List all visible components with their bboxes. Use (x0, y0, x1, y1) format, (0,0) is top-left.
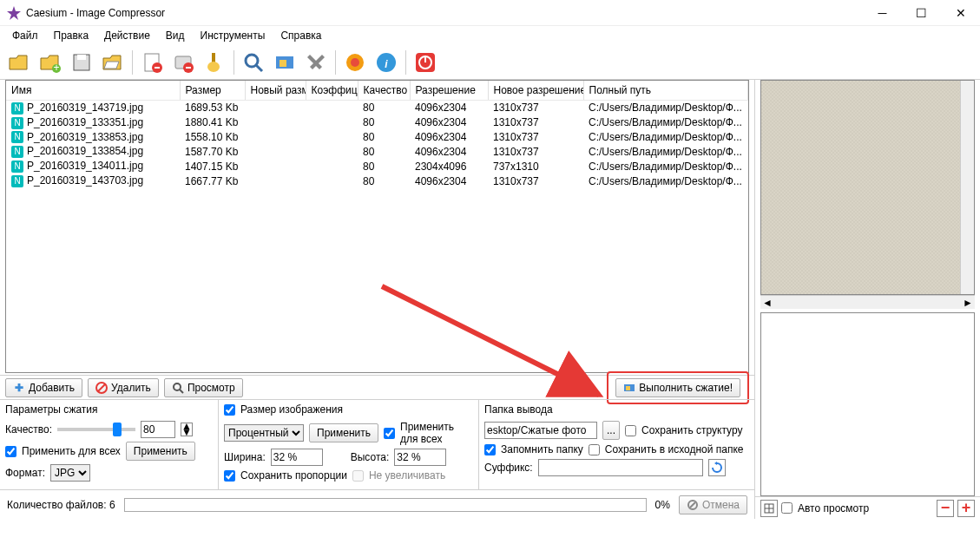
power-icon[interactable] (411, 49, 439, 76)
auto-preview-check[interactable]: Авто просмотр (781, 502, 869, 514)
compress-button[interactable]: Выполнить сжатие! (615, 378, 740, 397)
open-folder-icon[interactable]: + (36, 49, 64, 76)
scroll-left-icon[interactable]: ◄ (762, 297, 773, 309)
settings-icon[interactable] (302, 49, 330, 76)
preview-compressed[interactable] (760, 312, 975, 496)
apply-quality-button[interactable]: Применить (126, 442, 195, 461)
apply-all-quality[interactable]: Применить для всех (5, 445, 121, 457)
scroll-right-icon[interactable]: ► (963, 297, 973, 309)
table-row[interactable]: NP_20160319_143703.jpg1667.77 Kb804096x2… (6, 174, 748, 188)
svg-text:+: + (53, 62, 59, 74)
add-button[interactable]: ✚Добавить (5, 378, 82, 397)
preview-original[interactable] (760, 80, 975, 295)
maximize-button[interactable]: ☐ (902, 0, 941, 25)
info-icon[interactable]: i (372, 49, 400, 76)
zoom-out-icon[interactable]: − (937, 500, 954, 517)
compression-title: Параметры сжатия (5, 403, 213, 416)
imagesize-title-check[interactable]: Размер изображения (224, 403, 473, 416)
imagesize-panel: Размер изображения Процентный Применить … (219, 400, 479, 489)
new-badge-icon: N (11, 175, 23, 187)
open-list-icon[interactable] (99, 49, 127, 76)
menu-action[interactable]: Действие (97, 28, 157, 43)
keep-ratio-check[interactable]: Сохранить пропорции (224, 469, 347, 482)
compress-icon[interactable] (271, 49, 299, 76)
col-path[interactable]: Полный путь (583, 81, 748, 101)
col-name[interactable]: Имя (6, 81, 180, 101)
menu-file[interactable]: Файл (5, 28, 45, 43)
col-ratio[interactable]: Коэффици (306, 81, 358, 101)
apply-size-button[interactable]: Применить (309, 423, 378, 442)
svg-line-13 (256, 65, 262, 71)
format-select[interactable]: JPG (50, 464, 90, 482)
svg-rect-28 (626, 386, 630, 390)
output-folder-input[interactable] (484, 422, 597, 439)
svg-point-17 (351, 58, 359, 67)
menu-view[interactable]: Вид (159, 28, 192, 43)
width-input[interactable] (271, 449, 323, 466)
suffix-label: Суффикс: (484, 462, 533, 474)
menu-edit[interactable]: Правка (47, 28, 96, 43)
menu-help[interactable]: Справка (273, 28, 328, 43)
browse-button[interactable]: ... (602, 421, 620, 440)
compress-action-icon (623, 382, 635, 394)
hscrollbar[interactable]: ◄► (760, 295, 975, 309)
new-badge-icon: N (11, 131, 23, 143)
remove-folder-icon[interactable] (169, 49, 197, 76)
star-icon[interactable] (341, 49, 369, 76)
save-list-icon[interactable] (68, 49, 95, 76)
menubar: Файл Правка Действие Вид Инструменты Спр… (0, 26, 980, 45)
preview-icon[interactable] (240, 49, 267, 76)
reset-suffix-icon[interactable] (708, 459, 726, 476)
app-icon (7, 6, 21, 20)
minimize-button[interactable]: ─ (863, 0, 902, 25)
width-label: Ширина: (224, 451, 266, 463)
close-button[interactable]: ✕ (941, 0, 980, 25)
titlebar: Caesium - Image Compressor ─ ☐ ✕ (0, 0, 980, 26)
save-source-check[interactable]: Сохранить в исходной папке (589, 443, 744, 455)
col-newres[interactable]: Новое разрешение (488, 81, 583, 101)
no-upscale-check[interactable]: Не увеличивать (352, 469, 445, 482)
preview-button[interactable]: Просмотр (164, 378, 243, 397)
svg-line-24 (98, 384, 105, 391)
table-row[interactable]: NP_20160319_134011.jpg1407.15 Kb802304x4… (6, 159, 748, 174)
cancel-button[interactable]: Отмена (679, 495, 747, 514)
apply-all-size[interactable]: Применить для всех (384, 421, 473, 445)
quality-input[interactable] (141, 421, 175, 438)
file-table[interactable]: Имя Размер Новый разм Коэффици Качество … (5, 80, 749, 373)
open-file-icon[interactable] (5, 49, 33, 76)
table-row[interactable]: NP_20160319_133854.jpg1587.70 Kb804096x2… (6, 144, 748, 159)
new-badge-icon: N (11, 117, 23, 129)
menu-tools[interactable]: Инструменты (194, 28, 273, 43)
table-row[interactable]: NP_20160319_143719.jpg1689.53 Kb804096x2… (6, 101, 748, 115)
col-newsize[interactable]: Новый разм (245, 81, 306, 101)
svg-point-12 (246, 55, 258, 67)
fit-icon[interactable] (760, 500, 778, 517)
remove-button[interactable]: Удалить (88, 378, 159, 397)
col-size[interactable]: Размер (180, 81, 245, 101)
suffix-input[interactable] (538, 459, 703, 476)
svg-line-30 (690, 502, 695, 508)
svg-rect-15 (280, 60, 286, 67)
col-quality[interactable]: Качество (358, 81, 410, 101)
new-badge-icon: N (11, 146, 23, 158)
svg-point-25 (174, 383, 181, 390)
clear-list-icon[interactable] (201, 49, 228, 76)
vscrollbar[interactable] (960, 81, 974, 294)
new-badge-icon: N (11, 161, 23, 173)
table-row[interactable]: NP_20160319_133853.jpg1558.10 Kb804096x2… (6, 130, 748, 145)
stepper-icon[interactable]: ▲▼ (181, 423, 193, 436)
height-input[interactable] (394, 449, 446, 466)
remove-item-icon[interactable] (138, 49, 166, 76)
file-count: Количество файлов: 6 (7, 499, 115, 511)
output-title: Папка вывода (484, 403, 749, 416)
keep-structure-check[interactable]: Сохранить структуру (625, 424, 742, 436)
size-mode-select[interactable]: Процентный (224, 424, 304, 442)
statusbar: Количество файлов: 6 0% Отмена (0, 489, 754, 519)
col-res[interactable]: Разрешение (410, 81, 488, 101)
window-title: Caesium - Image Compressor (26, 7, 863, 19)
toolbar: + i (0, 45, 980, 80)
remember-folder-check[interactable]: Запомнить папку (484, 443, 583, 455)
table-row[interactable]: NP_20160319_133351.jpg1880.41 Kb804096x2… (6, 115, 748, 130)
zoom-in-icon[interactable]: + (957, 500, 975, 517)
quality-slider[interactable] (57, 428, 135, 431)
